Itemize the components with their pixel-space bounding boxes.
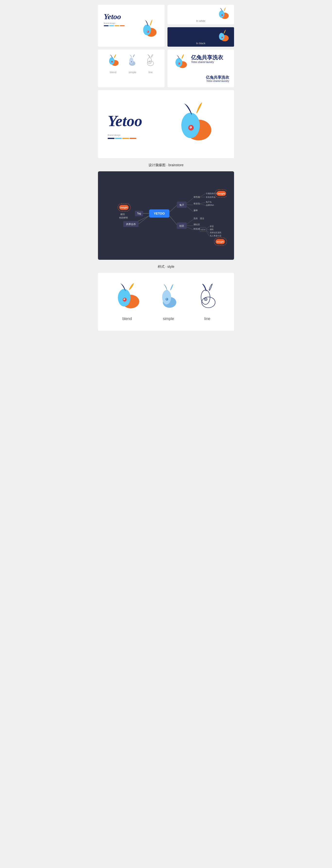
svg-point-95: [166, 299, 167, 300]
svg-point-11: [109, 57, 115, 65]
svg-text:清洁: 清洁: [200, 217, 204, 220]
svg-text:长长的耳朵: 长长的耳朵: [206, 196, 216, 198]
variants-row: blend simple: [103, 55, 160, 75]
svg-point-3: [148, 31, 148, 32]
color-bar-big: [108, 138, 166, 139]
chinese-brand-name: 亿兔共享洗衣: [191, 55, 223, 61]
white-black-cards: In white In black: [168, 5, 234, 46]
line-label: line: [145, 71, 156, 74]
svg-point-27: [189, 127, 190, 128]
svg-point-99: [205, 299, 206, 300]
svg-text:社区: 社区: [179, 224, 184, 227]
chinese-brand-name-bottom: 亿兔共享洗衣: [172, 75, 229, 80]
svg-text:insight: insight: [216, 241, 224, 243]
svg-text:Tag: Tag: [137, 212, 141, 215]
main-brand-card: Yetoo Brand design: [98, 5, 164, 46]
style-section: blend simple line: [98, 273, 234, 331]
style-blend-label: blend: [113, 317, 142, 321]
big-brand-left: Yetoo Brand design: [108, 112, 166, 139]
color-swatch-yellow: [115, 25, 119, 26]
color-yellow-big: [122, 138, 129, 139]
brand-grid-row1: Yetoo Brand design: [98, 5, 234, 46]
color-lightblue-big: [115, 138, 122, 139]
svg-text:科技感: 科技感: [193, 228, 200, 230]
chinese-brand-text-block: 亿兔共享洗衣 Yetoo shared laundry: [191, 55, 223, 63]
chinese-brand-subtitle: Yetoo shared laundry: [191, 61, 223, 63]
mindmap-container: YETOO 兔子 有性格 有担负 谦卑: [98, 171, 234, 260]
svg-text:无人售货小店: 无人售货小店: [210, 235, 221, 237]
line-variant: line: [145, 55, 156, 74]
simple-variant: simple: [127, 55, 138, 74]
svg-text:醒目: 醒目: [121, 213, 125, 216]
blend-variant: blend: [107, 55, 120, 74]
svg-text:舒适: 舒适: [210, 225, 214, 227]
svg-point-93: [162, 290, 171, 305]
brand-design-label-big: Brand design: [108, 134, 166, 136]
black-card: In black: [168, 27, 234, 46]
logo-variants-card: blend simple: [98, 50, 164, 87]
svg-point-6: [221, 14, 223, 16]
color-swatch-blue: [104, 25, 109, 26]
simple-label: simple: [127, 71, 138, 74]
svg-text:YETOO: YETOO: [154, 212, 165, 215]
chinese-rabbit-illustration: [172, 55, 188, 71]
svg-text:潮社区: 潮社区: [193, 223, 200, 226]
in-black-label: In black: [168, 42, 234, 45]
style-section-header: 样式 · style: [98, 265, 234, 269]
page-wrapper: Yetoo Brand design: [93, 0, 239, 340]
svg-point-14: [129, 58, 134, 64]
mindmap-svg: YETOO 兔子 有性格 有担负 谦卑: [105, 179, 227, 251]
yetoo-big-logo: Yetoo: [108, 112, 166, 130]
color-swatch-orange: [120, 25, 125, 26]
mindmap-section-header: 设计脑爆图 · brainstore: [98, 163, 234, 167]
svg-text:兔子头: 兔子头: [206, 201, 212, 203]
svg-point-15: [131, 61, 132, 62]
style-blend-item: blend: [113, 283, 142, 321]
svg-point-1: [143, 25, 151, 35]
style-simple-item: simple: [156, 283, 181, 321]
chinese-brand-card: 亿兔共享洗衣 Yetoo shared laundry 亿兔共享洗衣 Yetoo…: [168, 50, 234, 87]
svg-text:NEW: NEW: [201, 228, 205, 231]
svg-text:兔子: 兔子: [179, 204, 184, 206]
svg-text:引领洗衣行业: 引领洗衣行业: [206, 192, 217, 195]
white-card: In white: [168, 5, 234, 24]
svg-point-18: [149, 61, 150, 62]
blend-label: blend: [107, 71, 120, 74]
svg-point-88: [118, 289, 130, 306]
svg-point-9: [221, 37, 223, 38]
color-orange-big: [129, 138, 137, 139]
chinese-brand-subtitle-bottom: Yetoo shared laundry: [172, 80, 229, 82]
svg-text:有担负: 有担负: [193, 203, 200, 205]
svg-text:便民: 便民: [210, 228, 214, 230]
svg-text:品牌DNA: 品牌DNA: [206, 204, 214, 206]
svg-point-12: [111, 61, 113, 62]
color-swatch-lightblue: [109, 25, 114, 26]
style-line-label: line: [195, 317, 219, 321]
svg-point-22: [179, 63, 179, 64]
style-line-item: line: [195, 283, 219, 321]
svg-point-91: [124, 299, 124, 299]
svg-text:色彩鲜明: 色彩鲜明: [119, 217, 128, 219]
svg-text:insight: insight: [120, 206, 128, 209]
row2-grid: blend simple: [98, 50, 234, 87]
svg-text:insight: insight: [218, 192, 225, 195]
style-simple-label: simple: [156, 317, 181, 321]
svg-text:跨界合作: 跨界合作: [126, 223, 136, 225]
big-rabbit-container: [166, 102, 224, 149]
svg-text:洗衣: 洗衣: [193, 217, 198, 220]
svg-point-5: [219, 10, 224, 18]
chinese-brand-bottom: 亿兔共享洗衣 Yetoo shared laundry: [172, 75, 229, 82]
main-rabbit-illustration: [138, 19, 160, 42]
svg-point-20: [176, 58, 182, 67]
svg-point-17: [148, 58, 152, 64]
svg-text:谦卑: 谦卑: [193, 209, 198, 212]
chinese-brand-top: 亿兔共享洗衣 Yetoo shared laundry: [172, 55, 229, 71]
svg-text:有性格: 有性格: [193, 196, 200, 198]
svg-point-8: [219, 33, 224, 40]
big-brand-card: Yetoo Brand design: [98, 90, 234, 158]
color-blue-big: [108, 138, 115, 139]
svg-text:关怀社区居民: 关怀社区居民: [210, 231, 221, 234]
in-white-label: In white: [168, 20, 234, 22]
